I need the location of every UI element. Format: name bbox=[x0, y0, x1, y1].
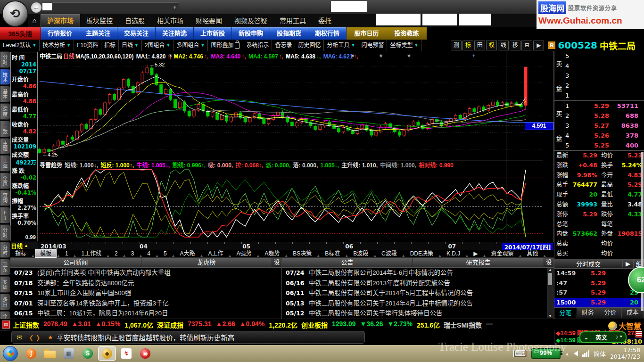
left-tab-1[interactable]: 技术 bbox=[0, 69, 10, 85]
left-tab-7[interactable]: 全页 bbox=[0, 173, 10, 189]
toolbar-cell-12[interactable]: 闪电预警 bbox=[358, 40, 387, 51]
left-tab-2[interactable]: 基本 bbox=[0, 86, 10, 102]
toolbar-cell-4[interactable]: 日线▼ bbox=[119, 40, 142, 51]
scroll-up-icon[interactable]: ▲ bbox=[548, 268, 552, 272]
news-ticker[interactable]: ✉ 〈 〉 ★ 平安转债转股期内正股首度超越转股价，转债刷新历史新高 bbox=[11, 331, 365, 344]
toolbar-cell-10[interactable]: 历史回忆 bbox=[295, 40, 324, 51]
indicator-tab-17[interactable]: K.D.J bbox=[442, 250, 465, 257]
toolbar-cell-5[interactable]: 2图组合▼ bbox=[142, 40, 174, 51]
submenu-gold-item-1[interactable]: 投资教练 bbox=[387, 27, 427, 40]
ime-popup[interactable]: ⌄ 英文 ☽ ❞ bbox=[579, 331, 627, 343]
toolbar-cell-3[interactable]: 指标 bbox=[101, 40, 119, 51]
indicator-tab-5[interactable]: 3 bbox=[126, 250, 139, 257]
submenu-item-4[interactable]: 上市新股 bbox=[194, 27, 232, 40]
home-icon[interactable]: ⌂ bbox=[28, 14, 41, 27]
news-right-item-3[interactable]: 05/13中铁二局股份有限公司关于2014年4月工程中标情况的公告 bbox=[282, 298, 553, 309]
taskbar-media-app-icon[interactable]: ◉ bbox=[137, 347, 154, 360]
news-left-tab-2[interactable]: 龙虎榜 bbox=[141, 258, 272, 267]
buy-queue-row-3[interactable]: 45.26378 bbox=[564, 131, 644, 140]
sell-queue-row-2[interactable]: 3 bbox=[564, 71, 644, 81]
menu-item-5[interactable]: 视频及答疑 bbox=[228, 14, 273, 27]
candlestick-chart[interactable]: ←5.32←4.25+✳ ✳+✳✳✳✳+ bbox=[38, 51, 554, 242]
back-button[interactable]: ← bbox=[31, 2, 41, 13]
indicator-tab-0[interactable]: 指标 bbox=[10, 250, 31, 257]
buy-queue-row-1[interactable]: 25.28688 bbox=[564, 111, 644, 121]
tray-clock[interactable]: 17:582014/7/23 bbox=[610, 347, 640, 360]
left-tab-3[interactable]: 深度 bbox=[0, 103, 10, 120]
taskbar-browser-icon[interactable]: S bbox=[79, 347, 96, 360]
indicator-tab-6[interactable]: 4 bbox=[142, 250, 155, 257]
indicator-tab-12[interactable]: BS决策 bbox=[288, 250, 316, 257]
start-button[interactable] bbox=[3, 346, 18, 361]
indicator-tab-16[interactable]: DDE决策 bbox=[405, 250, 438, 257]
speaker-icon[interactable] bbox=[574, 351, 578, 356]
left-tab-14[interactable]: 多日 bbox=[0, 294, 10, 310]
news-left-settings-button[interactable]: 设 bbox=[272, 258, 281, 267]
sell-queue-row-1[interactable]: 4 bbox=[564, 61, 644, 71]
news-right-tab-2[interactable]: 研究报告 bbox=[413, 258, 544, 267]
submenu-item-365[interactable]: 365头版 bbox=[0, 27, 41, 40]
news-scrollbar[interactable]: ▲▼ bbox=[547, 268, 553, 318]
menu-item-7[interactable]: 委托 bbox=[312, 14, 338, 27]
left-tab-9[interactable]: F1 bbox=[0, 207, 10, 223]
buy-queue-row-2[interactable]: 35.278638 bbox=[564, 121, 644, 131]
indicator-tab-9[interactable]: A工作 bbox=[203, 250, 228, 257]
data-grid-icon[interactable] bbox=[636, 331, 642, 337]
sell-queue-row-0[interactable]: 5 bbox=[564, 51, 644, 61]
ticker-arrows[interactable]: 〈 〉 bbox=[26, 333, 44, 342]
indicator-tab-14[interactable]: B波段 bbox=[348, 250, 373, 257]
network-signal-icon[interactable] bbox=[582, 350, 589, 357]
mini-button-6[interactable]: ⊟ bbox=[521, 41, 532, 50]
news-left-item-2[interactable]: 07/1510家上市川企入围财富中国500强 bbox=[10, 288, 281, 298]
menu-item-3[interactable]: 相关市场 bbox=[151, 14, 190, 27]
indicator-tab-4[interactable]: 2 bbox=[110, 250, 123, 257]
left-tab-12[interactable]: 卫东 bbox=[0, 259, 10, 275]
indicator-tab-3[interactable]: 1工作线 bbox=[76, 250, 106, 257]
left-tab-0[interactable]: 分时 bbox=[0, 51, 10, 68]
taskbar-chart-app-icon[interactable]: ↯ bbox=[118, 347, 135, 360]
indicator-tab-18[interactable]: ▶ bbox=[469, 250, 482, 257]
menu-item-6[interactable]: 常用工具 bbox=[273, 14, 312, 27]
period-selector[interactable]: 日线 ▲ bbox=[11, 242, 38, 249]
tray-expand-icon[interactable]: ▲ bbox=[565, 351, 570, 356]
toolbar-cell-2[interactable]: F10资料 bbox=[74, 40, 101, 51]
toolbar-cell-11[interactable]: 分析工具▼ bbox=[324, 40, 358, 51]
news-right-item-0[interactable]: 07/24中铁二局股份有限公司2014年1-6月中标情况的公告 bbox=[282, 268, 553, 278]
taskbar-folder-icon[interactable] bbox=[41, 347, 58, 360]
mini-button-1[interactable]: 标 bbox=[462, 41, 473, 50]
left-tab-5[interactable]: 主题 bbox=[0, 138, 10, 155]
indicator-tab-13[interactable]: B标准 bbox=[320, 250, 345, 257]
keyboard-icon[interactable]: ⌨ bbox=[513, 350, 527, 357]
tick-row-3[interactable]: 15:005.2920 bbox=[554, 298, 644, 308]
toolbar-cell-8[interactable]: 系统指示 bbox=[243, 40, 272, 51]
tick-tab-0[interactable]: 分笔 bbox=[554, 308, 577, 318]
submenu-item-1[interactable]: 主题关注 bbox=[79, 27, 117, 40]
submenu-item-2[interactable]: 交易关注 bbox=[117, 27, 156, 40]
left-tab-13[interactable]: 多周 bbox=[0, 276, 10, 293]
menu-item-0[interactable]: 沪深市场 bbox=[41, 14, 80, 27]
left-tab-10[interactable]: 分时 bbox=[0, 224, 10, 241]
mini-button-3[interactable]: 权 bbox=[486, 41, 497, 50]
submenu-item-5[interactable]: 新股申购 bbox=[232, 27, 270, 40]
mini-button-0[interactable]: 测 bbox=[451, 41, 462, 50]
toolbar-cell-1[interactable]: 技术分析▼ bbox=[40, 40, 74, 51]
news-left-item-4[interactable]: 06/15中铁二局：10派1元，除息日为2014年6月20日 bbox=[10, 308, 281, 319]
scroll-down-icon[interactable]: ▼ bbox=[548, 314, 552, 318]
indicator-tab-15[interactable]: C波段 bbox=[377, 250, 402, 257]
sell-queue-row-4[interactable]: 1 bbox=[564, 90, 644, 100]
mini-button-4[interactable]: 线 bbox=[498, 41, 509, 50]
left-tab-8[interactable]: 查询 bbox=[0, 190, 10, 206]
mini-button-2[interactable]: 田 bbox=[474, 41, 485, 50]
mini-button-7[interactable]: ▶ bbox=[533, 41, 544, 50]
taskbar-computer-icon[interactable]: ▦ bbox=[60, 347, 77, 360]
tick-more-button[interactable]: ▶ bbox=[622, 260, 633, 267]
indicator-tab-1[interactable]: 模板 bbox=[35, 249, 57, 258]
tick-tab-1[interactable]: 财务 bbox=[577, 308, 600, 318]
indicator-tab-20[interactable]: 其他 bbox=[522, 250, 543, 257]
news-right-item-1[interactable]: 06/16中铁二局股份有限公司2013年度利润分配实施公告 bbox=[282, 278, 553, 288]
sell-queue-row-3[interactable]: 2 bbox=[564, 81, 644, 90]
tick-tab-2[interactable]: 分价 bbox=[599, 308, 622, 318]
submenu-item-6[interactable]: 股指期货 bbox=[270, 27, 308, 40]
news-right-tab-1[interactable]: 公告 bbox=[282, 258, 413, 267]
news-right-item-2[interactable]: 06/11中铁二局股份有限公司关于2014年5月工程中标情况的公告 bbox=[282, 288, 553, 298]
